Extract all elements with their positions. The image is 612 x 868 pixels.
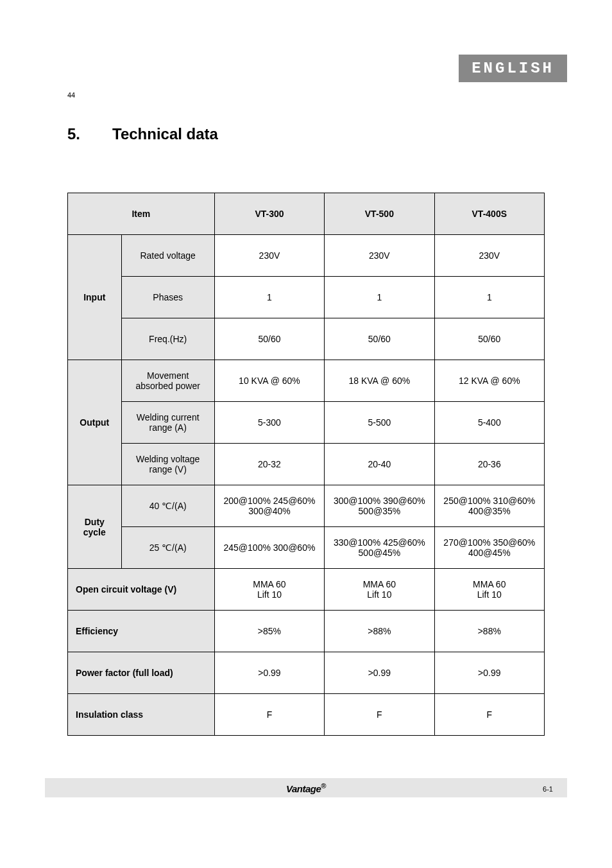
cell: MMA 60 Lift 10 (434, 569, 544, 611)
sub-rated-voltage: Rated voltage (121, 235, 214, 277)
cell: 1 (434, 277, 544, 318)
group-output: Output (68, 360, 122, 485)
spec-table: Item VT-300 VT-500 VT-400S Input Rated v… (67, 193, 545, 736)
cell: 5-500 (325, 402, 434, 444)
cell: 5-400 (434, 402, 544, 444)
cell: F (434, 694, 544, 736)
cell: MMA 60 Lift 10 (214, 569, 324, 611)
cell: 270@100% 350@60% 400@45% (434, 527, 544, 569)
cell: 230V (325, 235, 434, 277)
cell: 50/60 (214, 318, 324, 360)
cell: 50/60 (325, 318, 434, 360)
open-circuit: Open circuit voltage (V) (68, 569, 215, 611)
cell: 1 (325, 277, 434, 318)
cell: >0.99 (214, 652, 324, 694)
cell: 230V (214, 235, 324, 277)
heading-text: Technical data (112, 125, 218, 143)
table-row: Insulation class F F F (68, 694, 545, 736)
table-header-row: Item VT-300 VT-500 VT-400S (68, 193, 545, 235)
heading-number: 5. (67, 125, 80, 143)
cell: >85% (214, 611, 324, 652)
table-row: Open circuit voltage (V) MMA 60 Lift 10 … (68, 569, 545, 611)
cell: 330@100% 425@60% 500@45% (325, 527, 434, 569)
registered-icon: ® (321, 782, 326, 790)
cell: 20-40 (325, 444, 434, 485)
cell: >88% (325, 611, 434, 652)
cell: 20-32 (214, 444, 324, 485)
language-tab: ENGLISH (459, 55, 567, 82)
cell: 10 KVA @ 60% (214, 360, 324, 402)
cell: F (214, 694, 324, 736)
header-vt400s: VT-400S (434, 193, 544, 235)
cell: 250@100% 310@60% 400@35% (434, 485, 544, 527)
sub-phases: Phases (121, 277, 214, 318)
sub-25c: 25 ℃/(A) (121, 527, 214, 569)
table-row: Output Movement absorbed power 10 KVA @ … (68, 360, 545, 402)
footer: Vantage® (45, 778, 567, 797)
cell: 1 (214, 277, 324, 318)
sub-40c: 40 ℃/(A) (121, 485, 214, 527)
table-row: Power factor (full load) >0.99 >0.99 >0.… (68, 652, 545, 694)
efficiency: Efficiency (68, 611, 215, 652)
cell: MMA 60 Lift 10 (325, 569, 434, 611)
cell: F (325, 694, 434, 736)
cell: 245@100% 300@60% (214, 527, 324, 569)
table-row: Efficiency >85% >88% >88% (68, 611, 545, 652)
cell: 200@100% 245@60% 300@40% (214, 485, 324, 527)
power-factor: Power factor (full load) (68, 652, 215, 694)
cell: 12 KVA @ 60% (434, 360, 544, 402)
cell: 230V (434, 235, 544, 277)
table-row: Duty cycle 40 ℃/(A) 200@100% 245@60% 300… (68, 485, 545, 527)
page-number-right: 6-1 (543, 785, 553, 793)
insulation: Insulation class (68, 694, 215, 736)
sub-power: Movement absorbed power (121, 360, 214, 402)
header-vt300: VT-300 (214, 193, 324, 235)
header-item: Item (68, 193, 215, 235)
table-row: 25 ℃/(A) 245@100% 300@60% 330@100% 425@6… (68, 527, 545, 569)
cell: 300@100% 390@60% 500@35% (325, 485, 434, 527)
cell: >88% (434, 611, 544, 652)
footer-logo: Vantage® (286, 782, 326, 794)
table-row: Input Rated voltage 230V 230V 230V (68, 235, 545, 277)
cell: >0.99 (434, 652, 544, 694)
table-row: Welding voltage range (V) 20-32 20-40 20… (68, 444, 545, 485)
table-row: Freq.(Hz) 50/60 50/60 50/60 (68, 318, 545, 360)
cell: 50/60 (434, 318, 544, 360)
sub-voltage: Welding voltage range (V) (121, 444, 214, 485)
sub-current: Welding current range (A) (121, 402, 214, 444)
group-input: Input (68, 235, 122, 360)
cell: 5-300 (214, 402, 324, 444)
group-duty: Duty cycle (68, 485, 122, 569)
table-row: Welding current range (A) 5-300 5-500 5-… (68, 402, 545, 444)
cell: 18 KVA @ 60% (325, 360, 434, 402)
table-row: Phases 1 1 1 (68, 277, 545, 318)
cell: >0.99 (325, 652, 434, 694)
sub-freq: Freq.(Hz) (121, 318, 214, 360)
cell: 20-36 (434, 444, 544, 485)
page-number-top: 44 (67, 91, 75, 99)
spec-table-container: Item VT-300 VT-500 VT-400S Input Rated v… (67, 193, 545, 736)
header-vt500: VT-500 (325, 193, 434, 235)
